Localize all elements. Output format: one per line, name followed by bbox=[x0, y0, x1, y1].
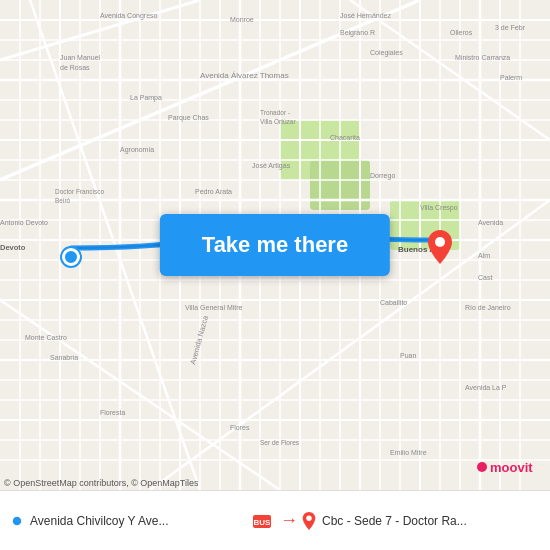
svg-point-103 bbox=[477, 462, 487, 472]
svg-text:Chacarita: Chacarita bbox=[330, 134, 360, 141]
svg-text:Juan Manuel: Juan Manuel bbox=[60, 54, 101, 61]
svg-text:José Hernández: José Hernández bbox=[340, 12, 391, 19]
svg-text:Agronomía: Agronomía bbox=[120, 146, 154, 154]
svg-text:Olleros: Olleros bbox=[450, 29, 473, 36]
svg-text:Ser de Flores: Ser de Flores bbox=[260, 439, 300, 446]
svg-text:Cast: Cast bbox=[478, 274, 492, 281]
svg-point-108 bbox=[306, 515, 311, 520]
svg-text:José Artigas: José Artigas bbox=[252, 162, 291, 170]
map-attribution: © OpenStreetMap contributors, © OpenMapT… bbox=[4, 478, 199, 488]
take-me-there-button[interactable]: Take me there bbox=[160, 214, 390, 276]
svg-point-105 bbox=[12, 516, 22, 526]
svg-text:Doctor Francisco: Doctor Francisco bbox=[55, 188, 105, 195]
origin-marker bbox=[62, 248, 80, 266]
svg-text:3 de Febr: 3 de Febr bbox=[495, 24, 526, 31]
footer: Avenida Chivilcoy Y Ave... BUS → Cbc - S… bbox=[0, 490, 550, 550]
svg-text:Colegiales: Colegiales bbox=[370, 49, 403, 57]
svg-text:Villa Ortúzar: Villa Ortúzar bbox=[260, 118, 296, 125]
svg-text:Río de Janeiro: Río de Janeiro bbox=[465, 304, 511, 311]
bus-icon: BUS bbox=[251, 510, 273, 532]
svg-text:Pedro Arata: Pedro Arata bbox=[195, 188, 232, 195]
svg-text:Villa General Mitre: Villa General Mitre bbox=[185, 304, 243, 311]
svg-text:Belgrano R: Belgrano R bbox=[340, 29, 375, 37]
footer-origin: Avenida Chivilcoy Y Ave... bbox=[10, 514, 248, 528]
svg-text:Palerm: Palerm bbox=[500, 74, 522, 81]
svg-text:Avenida: Avenida bbox=[478, 219, 503, 226]
svg-text:La Pampa: La Pampa bbox=[130, 94, 162, 102]
svg-text:Avenida Álvarez Thomas: Avenida Álvarez Thomas bbox=[200, 71, 289, 80]
svg-text:Beiró: Beiró bbox=[55, 197, 71, 204]
svg-text:moovit: moovit bbox=[490, 460, 533, 475]
svg-text:Parque Chas: Parque Chas bbox=[168, 114, 209, 122]
moovit-logo: moovit bbox=[477, 456, 542, 482]
svg-text:Ministro Carranza: Ministro Carranza bbox=[455, 54, 510, 61]
svg-text:Villa Crespo: Villa Crespo bbox=[420, 204, 458, 212]
svg-text:Devoto: Devoto bbox=[0, 243, 26, 252]
svg-text:de Rosas: de Rosas bbox=[60, 64, 90, 71]
svg-text:Puan: Puan bbox=[400, 352, 416, 359]
svg-text:Dorrego: Dorrego bbox=[370, 172, 395, 180]
svg-text:Flores: Flores bbox=[230, 424, 250, 431]
svg-text:Caballito: Caballito bbox=[380, 299, 407, 306]
svg-text:Floresta: Floresta bbox=[100, 409, 125, 416]
svg-text:Alm: Alm bbox=[478, 252, 490, 259]
svg-point-102 bbox=[435, 237, 445, 247]
footer-destination-text: Cbc - Sede 7 - Doctor Ra... bbox=[322, 514, 467, 528]
svg-text:Sanabria: Sanabria bbox=[50, 354, 78, 361]
origin-icon bbox=[10, 514, 24, 528]
svg-text:Avenida Congreso: Avenida Congreso bbox=[100, 12, 158, 20]
svg-text:BUS: BUS bbox=[254, 518, 272, 527]
map-container: Avenida Congreso Monroe José Hernández B… bbox=[0, 0, 550, 490]
footer-destination: Cbc - Sede 7 - Doctor Ra... bbox=[302, 512, 540, 530]
footer-arrow: → bbox=[276, 510, 302, 531]
footer-origin-text: Avenida Chivilcoy Y Ave... bbox=[30, 514, 169, 528]
svg-text:Avenida La P: Avenida La P bbox=[465, 384, 507, 391]
svg-text:Emilio Mitre: Emilio Mitre bbox=[390, 449, 427, 456]
svg-text:Monroe: Monroe bbox=[230, 16, 254, 23]
svg-text:Antonio Devoto: Antonio Devoto bbox=[0, 219, 48, 226]
destination-marker bbox=[428, 230, 452, 262]
svg-text:Tronador -: Tronador - bbox=[260, 109, 290, 116]
dest-icon bbox=[302, 512, 316, 530]
footer-arrow-divider: BUS bbox=[248, 507, 276, 535]
svg-text:Monte Castro: Monte Castro bbox=[25, 334, 67, 341]
